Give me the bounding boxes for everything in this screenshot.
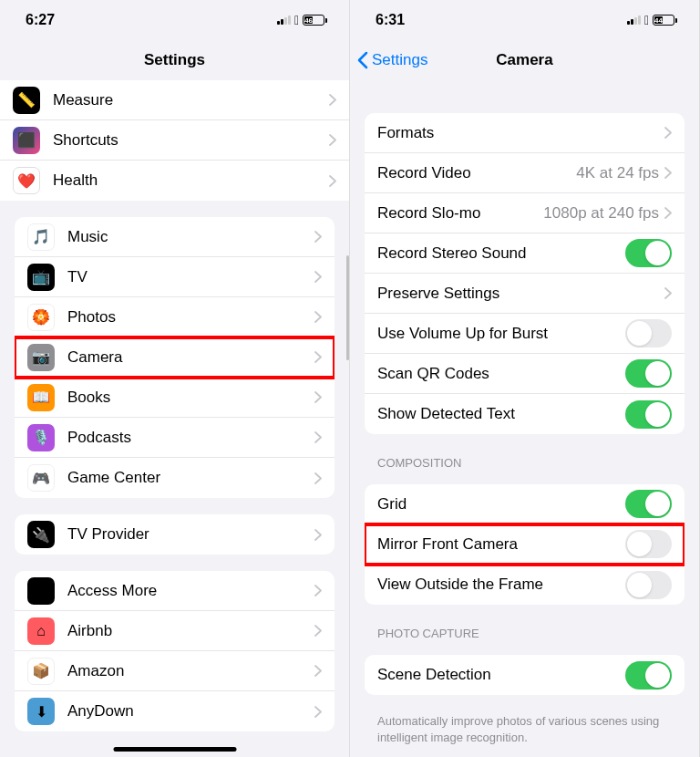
- chevron-right-icon: [314, 472, 322, 484]
- settings-row-shortcuts[interactable]: ⬛Shortcuts: [0, 120, 349, 161]
- settings-row-tv[interactable]: 📺TV: [15, 257, 335, 297]
- settings-row-books[interactable]: 📖Books: [15, 378, 335, 418]
- chevron-right-icon: [664, 207, 672, 219]
- settings-row-stereo-sound[interactable]: Record Stereo Sound: [365, 233, 685, 274]
- settings-row-mirror-front[interactable]: Mirror Front Camera: [365, 524, 685, 565]
- settings-group: 📏Measure⬛Shortcuts❤️Health: [0, 80, 349, 201]
- settings-row-podcasts[interactable]: 🎙️Podcasts: [15, 418, 335, 458]
- chevron-right-icon: [314, 271, 322, 283]
- settings-row-grid[interactable]: Grid: [365, 484, 685, 524]
- section-footer: Automatically improve photos of various …: [350, 711, 699, 747]
- chevron-left-icon: [357, 51, 368, 69]
- cellular-icon: [627, 16, 641, 25]
- settings-group: 🔌TV Provider: [15, 514, 335, 555]
- chevron-right-icon: [329, 175, 336, 187]
- scrollbar[interactable]: [346, 255, 349, 360]
- status-bar: 6:27 􀙇 46: [0, 0, 349, 40]
- settings-row-record-video[interactable]: Record Video4K at 24 fps: [365, 153, 685, 193]
- row-label: Access More: [67, 582, 314, 600]
- settings-group: 🎵Music📺TV🏵️Photos📷Camera📖Books🎙️Podcasts…: [15, 217, 335, 498]
- settings-row-tvprovider[interactable]: 🔌TV Provider: [15, 514, 335, 555]
- settings-row-volume-burst[interactable]: Use Volume Up for Burst: [365, 314, 685, 354]
- settings-row-accessmore[interactable]: ◈Access More: [15, 571, 335, 611]
- camera-settings-list[interactable]: FormatsRecord Video4K at 24 fpsRecord Sl…: [350, 80, 699, 757]
- settings-row-amazon[interactable]: 📦Amazon: [15, 651, 335, 691]
- nav-header: Settings Camera: [350, 40, 699, 80]
- row-label: Formats: [377, 124, 664, 142]
- chevron-right-icon: [329, 134, 336, 146]
- page-title: Settings: [144, 51, 205, 69]
- music-icon: 🎵: [27, 223, 55, 251]
- settings-row-camera[interactable]: 📷Camera: [15, 337, 335, 378]
- chevron-right-icon: [314, 311, 322, 323]
- chevron-right-icon: [314, 625, 322, 637]
- back-label: Settings: [372, 51, 427, 69]
- settings-row-airbnb[interactable]: ⌂Airbnb: [15, 611, 335, 651]
- settings-row-measure[interactable]: 📏Measure: [0, 80, 349, 120]
- scan-qr-toggle[interactable]: [625, 359, 672, 388]
- row-label: Measure: [53, 91, 329, 109]
- settings-row-music[interactable]: 🎵Music: [15, 217, 335, 257]
- mirror-front-toggle[interactable]: [625, 530, 672, 558]
- page-title: Camera: [496, 51, 552, 69]
- scene-detection-toggle[interactable]: [625, 661, 672, 690]
- row-label: Podcasts: [67, 429, 314, 447]
- row-label: Use Volume Up for Burst: [377, 325, 625, 343]
- settings-group: Scene Detection: [365, 655, 685, 695]
- settings-row-view-outside[interactable]: View Outside the Frame: [365, 565, 685, 605]
- row-label: Shortcuts: [53, 131, 329, 150]
- stereo-sound-toggle[interactable]: [625, 239, 672, 267]
- back-button[interactable]: Settings: [357, 51, 427, 69]
- volume-burst-toggle[interactable]: [625, 319, 672, 347]
- view-outside-toggle[interactable]: [625, 571, 672, 599]
- settings-row-formats[interactable]: Formats: [365, 113, 685, 153]
- settings-row-health[interactable]: ❤️Health: [0, 161, 349, 201]
- row-label: Record Slo-mo: [377, 204, 543, 223]
- row-label: AnyDown: [67, 702, 314, 721]
- chevron-right-icon: [314, 706, 322, 718]
- row-label: Camera: [67, 348, 314, 367]
- grid-toggle[interactable]: [625, 490, 672, 518]
- row-label: Grid: [377, 495, 625, 513]
- wifi-icon: 􀙇: [644, 13, 649, 27]
- settings-row-gamecenter[interactable]: 🎮Game Center: [15, 458, 335, 498]
- settings-row-anydown[interactable]: ⬇AnyDown: [15, 691, 335, 731]
- chevron-right-icon: [664, 167, 672, 179]
- books-icon: 📖: [27, 384, 55, 411]
- cellular-icon: [277, 16, 291, 25]
- settings-row-detected-text[interactable]: Show Detected Text: [365, 394, 685, 434]
- row-label: Record Stereo Sound: [377, 244, 625, 263]
- home-indicator[interactable]: [113, 747, 236, 752]
- status-icons: 􀙇 46: [277, 13, 327, 27]
- row-label: Photos: [67, 308, 314, 327]
- measure-icon: 📏: [13, 87, 40, 114]
- row-label: Books: [67, 389, 314, 407]
- settings-row-scene-detection[interactable]: Scene Detection: [365, 655, 685, 695]
- settings-row-photos[interactable]: 🏵️Photos: [15, 297, 335, 337]
- camera-icon: 📷: [27, 344, 55, 371]
- chevron-right-icon: [314, 391, 322, 403]
- row-label: Amazon: [67, 662, 314, 680]
- airbnb-icon: ⌂: [27, 617, 55, 645]
- settings-screen: 6:27 􀙇 46 Settings 📏Measure⬛Shortcuts❤️H…: [0, 0, 350, 757]
- battery-icon: 44: [653, 15, 677, 26]
- settings-row-record-slomo[interactable]: Record Slo-mo1080p at 240 fps: [365, 193, 685, 233]
- chevron-right-icon: [314, 231, 322, 243]
- row-label: TV Provider: [67, 525, 314, 544]
- detected-text-toggle[interactable]: [625, 400, 672, 429]
- settings-row-scan-qr[interactable]: Scan QR Codes: [365, 354, 685, 394]
- nav-header: Settings: [0, 40, 349, 80]
- settings-group: FormatsRecord Video4K at 24 fpsRecord Sl…: [365, 113, 685, 434]
- row-label: Scan QR Codes: [377, 365, 625, 383]
- row-label: Record Video: [377, 164, 576, 182]
- photos-icon: 🏵️: [27, 304, 55, 331]
- row-label: TV: [67, 268, 314, 286]
- row-label: Game Center: [67, 469, 314, 487]
- tvprovider-icon: 🔌: [27, 521, 55, 548]
- chevron-right-icon: [329, 94, 336, 106]
- row-label: Show Detected Text: [377, 405, 625, 423]
- settings-list[interactable]: 📏Measure⬛Shortcuts❤️Health🎵Music📺TV🏵️Pho…: [0, 80, 349, 757]
- row-label: Scene Detection: [377, 666, 625, 684]
- settings-row-preserve-settings[interactable]: Preserve Settings: [365, 274, 685, 314]
- chevron-right-icon: [664, 127, 672, 139]
